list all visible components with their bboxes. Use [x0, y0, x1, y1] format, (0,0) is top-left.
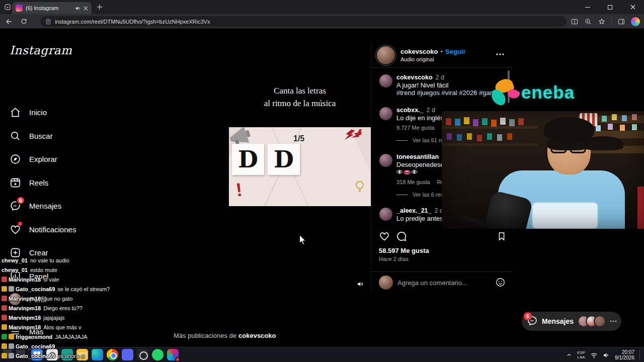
audio-source-label[interactable]: Audio original — [400, 56, 434, 62]
new-tab-button[interactable] — [97, 4, 103, 10]
messenger-dock-icon: 6 — [527, 315, 538, 327]
sidebar-label: Notificaciones — [29, 225, 76, 234]
split-screen-icon[interactable] — [571, 18, 579, 26]
compass-icon — [9, 153, 21, 165]
commenter-avatar[interactable] — [379, 208, 392, 221]
chat-badge-icon — [9, 334, 14, 339]
whatsapp-icon[interactable] — [152, 349, 164, 360]
page-info-icon[interactable] — [45, 19, 51, 25]
messages-dock[interactable]: 6 Mensajes — [522, 312, 621, 331]
sponsor-overlay: eneba — [487, 78, 575, 107]
close-button[interactable] — [621, 0, 644, 14]
bookmark-icon[interactable] — [497, 231, 507, 242]
search-icon — [9, 130, 21, 142]
notification-dot — [18, 222, 22, 226]
tab-search-icon[interactable] — [5, 4, 11, 10]
heart-icon — [9, 223, 21, 235]
sidebar-label: Crear — [29, 248, 48, 257]
reel-caption: Canta las letras al ritmo de la música — [229, 84, 371, 110]
comment-time: 2 d — [436, 74, 444, 81]
chat-message: chewy_01no vale tu audio — [2, 257, 69, 264]
sidebar-item-inicio[interactable]: Inicio — [9, 105, 47, 120]
back-icon[interactable] — [5, 18, 13, 26]
sidebar-item-explorar[interactable]: Explorar — [9, 151, 57, 166]
emoji-picker-icon[interactable] — [495, 277, 506, 288]
tray-chevron-icon[interactable] — [566, 352, 572, 358]
reels-icon — [9, 176, 21, 189]
more-options-icon[interactable] — [496, 53, 505, 56]
app-icon-notification[interactable] — [167, 349, 179, 360]
browser-profile-avatar[interactable] — [631, 17, 640, 26]
chat-message: Marvinpm18Alos que más v — [2, 324, 81, 331]
instagram-favicon-icon — [16, 5, 23, 12]
edge-browser-icon[interactable] — [92, 349, 103, 360]
chrome-browser-icon[interactable] — [107, 349, 118, 360]
language-indicator[interactable]: ESP LAA — [577, 350, 585, 359]
page-indicator: 1/5 — [293, 134, 304, 143]
mouse-cursor — [299, 234, 308, 245]
sidebar-item-buscar[interactable]: Buscar — [9, 128, 53, 143]
browser-tab[interactable]: (6) Instagram — [12, 2, 92, 14]
comment-username[interactable]: cokevscoko — [396, 74, 433, 81]
url-text[interactable]: instagram.com/reel/DTMNu5UDfho/?igsh=bzU… — [55, 19, 210, 25]
likes-count[interactable]: 58.597 Me gusta — [379, 247, 429, 254]
collections-icon[interactable] — [617, 18, 625, 26]
zoom-icon[interactable] — [584, 18, 592, 26]
tab-audio-icon[interactable] — [75, 6, 80, 11]
comment-time: 2 d — [427, 107, 435, 114]
discord-icon[interactable] — [122, 349, 133, 360]
author-avatar[interactable] — [377, 46, 395, 64]
messenger-icon: 6 — [9, 200, 21, 212]
chat-badge-icon — [2, 286, 7, 292]
comment-bubble-icon[interactable] — [396, 231, 407, 242]
like-heart-icon[interactable] — [379, 231, 390, 242]
maximize-button[interactable] — [599, 0, 621, 14]
commenter-avatar[interactable] — [379, 107, 392, 120]
sidebar-label: Explorar — [29, 155, 57, 163]
author-username[interactable]: cokevscoko — [400, 48, 438, 55]
obs-icon[interactable] — [137, 349, 148, 360]
comment-username[interactable]: toneesantillan — [396, 153, 439, 160]
lightbulb-icon — [353, 179, 366, 195]
favorites-star-icon[interactable] — [598, 18, 606, 26]
create-plus-icon — [9, 246, 21, 258]
letter-cards: D D — [232, 144, 300, 175]
reel-slide: 1/5 D D ! — [229, 127, 371, 206]
audio-toggle-icon[interactable] — [357, 280, 365, 288]
stream-webcam-overlay — [442, 111, 644, 229]
minimize-button[interactable] — [576, 0, 599, 14]
tab-close-icon[interactable] — [84, 6, 88, 11]
comment-input[interactable]: Agrega un comentario... — [397, 279, 467, 287]
sidebar-item-reels[interactable]: Reels — [9, 175, 48, 190]
browser-titlebar: (6) Instagram — [0, 0, 644, 14]
post-age: Hace 2 días — [379, 256, 409, 262]
follow-button[interactable]: Seguir — [445, 48, 465, 55]
chat-badge-icon — [2, 343, 7, 349]
refresh-icon[interactable] — [20, 18, 28, 25]
chat-message: Gato_cocina69 — [2, 343, 57, 350]
sidebar-item-notificaciones[interactable]: Notificaciones — [9, 222, 76, 237]
commenter-avatar[interactable] — [379, 74, 392, 87]
comment-username[interactable]: scobxx._ — [396, 107, 424, 114]
chat-badge-icon — [2, 353, 7, 358]
comment-username[interactable]: _aleex._21_ — [396, 207, 432, 214]
chat-message: Gato_cocina69se le cayó el stream? — [2, 286, 110, 293]
sidebar-label: Inicio — [29, 108, 47, 117]
address-bar[interactable]: instagram.com/reel/DTMNu5UDfho/?igsh=bzU… — [40, 16, 567, 27]
chat-message: Marvinpm18que no gato — [2, 296, 72, 302]
wifi-icon[interactable] — [590, 352, 598, 358]
show-desktop-button[interactable] — [639, 350, 641, 360]
sidebar-item-mensajes[interactable]: 6 Mensajes — [9, 198, 61, 213]
comment-input-row[interactable]: Agrega un comentario... — [371, 272, 512, 293]
taskbar-clock[interactable]: 20:07 9/1/2026 — [615, 349, 634, 360]
commenter-avatar[interactable] — [379, 154, 392, 167]
instagram-logo[interactable]: Instagram — [10, 44, 72, 57]
messages-badge: 6 — [524, 312, 532, 320]
more-posts-username[interactable]: cokevscoko — [238, 332, 276, 339]
volume-icon[interactable] — [603, 352, 610, 358]
chat-message: Gato_cocina69ya ahora si — [2, 353, 85, 359]
reel-player[interactable]: Canta las letras al ritmo de la música 1… — [229, 43, 371, 293]
messages-more-icon[interactable] — [610, 320, 617, 322]
messages-avatars — [578, 315, 606, 327]
comment-likes: 9.727 Me gusta — [396, 124, 435, 132]
